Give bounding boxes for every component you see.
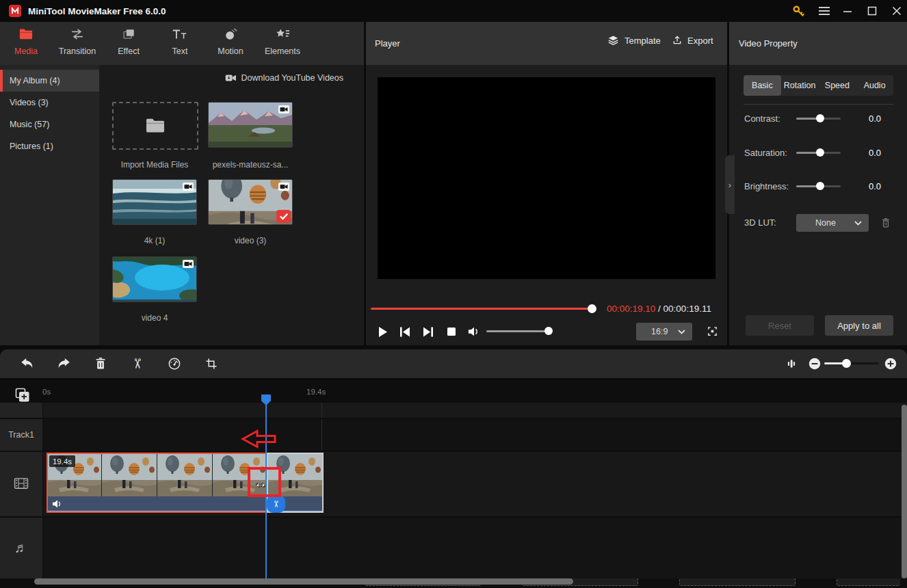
media-item-pexels[interactable]	[208, 102, 293, 148]
clip-duration-badge: 19.4s	[49, 455, 75, 467]
aspect-ratio-dropdown[interactable]: 16:9	[636, 323, 692, 340]
tab-basic[interactable]: Basic	[744, 75, 781, 96]
speed-button[interactable]	[161, 349, 188, 378]
track1-header[interactable]: Track1	[0, 419, 42, 451]
next-frame-button[interactable]	[420, 323, 436, 340]
tab-text[interactable]: Text	[155, 27, 205, 62]
tab-motion[interactable]: Motion	[205, 27, 256, 62]
export-label: Export	[687, 36, 713, 46]
media-panel: Download YouTube Videos Import Media Fil…	[99, 65, 364, 345]
chevron-right-icon: ›	[728, 180, 731, 190]
close-button[interactable]	[886, 1, 907, 21]
chevron-down-icon	[678, 330, 685, 334]
redo-button[interactable]	[50, 349, 77, 378]
key-icon[interactable]	[791, 4, 806, 18]
track2-row[interactable]	[43, 403, 907, 418]
tab-label: Transition	[59, 46, 96, 56]
previous-frame-button[interactable]	[397, 323, 413, 340]
sidebar-item-my-album[interactable]: My Album (4)	[0, 70, 99, 92]
apply-to-all-button[interactable]: Apply to all	[825, 315, 893, 336]
zoom-in-button[interactable]	[884, 358, 897, 370]
media-item-video3[interactable]	[208, 179, 293, 225]
crop-button[interactable]	[198, 349, 225, 378]
lut-dropdown[interactable]: None	[796, 214, 869, 232]
tab-elements[interactable]: Elements	[257, 27, 308, 62]
maximize-button[interactable]	[862, 1, 882, 21]
panel-collapse-handle[interactable]: ›	[725, 155, 735, 214]
menu-icon[interactable]	[814, 1, 834, 21]
horizontal-scrollbar[interactable]	[34, 578, 573, 585]
timeline-zoom-handle[interactable]	[842, 359, 851, 368]
tab-effect[interactable]: Effect	[103, 27, 154, 62]
sidebar-item-pictures[interactable]: Pictures (1)	[0, 135, 99, 157]
minimize-button[interactable]	[837, 1, 858, 21]
timeline-fit-icon[interactable]	[784, 356, 799, 371]
media-item-caption: video 4	[112, 313, 197, 323]
music-note-icon: ♬	[14, 540, 28, 556]
reset-button[interactable]: Reset	[746, 315, 814, 336]
delete-button[interactable]	[87, 349, 114, 378]
saturation-slider-handle[interactable]	[816, 148, 824, 157]
lut-label: 3D LUT:	[744, 217, 776, 228]
video-track-row[interactable]: 19.4s	[43, 452, 907, 516]
template-button[interactable]: Template	[607, 34, 661, 47]
tab-speed[interactable]: Speed	[819, 75, 856, 96]
progress-handle[interactable]	[588, 304, 596, 313]
track2-header[interactable]: Track2	[0, 403, 42, 418]
text-icon	[172, 27, 188, 43]
video-camera-badge-icon	[278, 105, 289, 113]
window-title: MiniTool MovieMaker Free 6.0.0	[28, 6, 166, 16]
download-youtube-link[interactable]: Download YouTube Videos	[225, 73, 343, 83]
video-track-header[interactable]	[0, 452, 42, 516]
undo-button[interactable]	[13, 349, 40, 378]
split-clip-badge[interactable]: ✂	[267, 495, 285, 513]
playback-progress-bar[interactable]	[371, 308, 594, 310]
tab-label: Effect	[118, 46, 140, 56]
tab-label: Rotation	[784, 81, 816, 90]
reset-label: Reset	[768, 321, 791, 331]
media-item-caption: video (3)	[208, 236, 293, 245]
tab-audio[interactable]: Audio	[856, 75, 893, 96]
template-layers-icon	[607, 34, 620, 47]
lut-delete-icon[interactable]	[880, 216, 892, 230]
timeline-zoom-slider-track[interactable]	[846, 362, 879, 364]
volume-icon[interactable]	[466, 323, 482, 340]
add-track-icon[interactable]	[14, 386, 31, 404]
media-item-video4[interactable]	[112, 256, 197, 302]
resize-cursor-icon: ↔	[254, 475, 267, 491]
vertical-scrollbar[interactable]	[902, 405, 907, 578]
brightness-slider-handle[interactable]	[816, 182, 824, 190]
property-header: Video Property	[729, 22, 907, 65]
music-track-row[interactable]	[43, 518, 907, 578]
split-button[interactable]: ✂	[124, 349, 151, 378]
video-viewport	[378, 77, 715, 279]
sidebar-item-label: Videos (3)	[10, 98, 49, 107]
music-track-header[interactable]: ♬	[0, 518, 42, 578]
tab-rotation[interactable]: Rotation	[781, 75, 819, 96]
tab-media[interactable]: Media	[1, 27, 51, 62]
player-header: Player Template Export	[366, 22, 727, 65]
player-title: Player	[375, 38, 400, 49]
sidebar-item-videos[interactable]: Videos (3)	[0, 92, 99, 113]
import-folder-icon	[144, 116, 166, 136]
media-item-caption: pexels-mateusz-sa...	[208, 160, 293, 170]
zoom-out-button[interactable]	[809, 358, 821, 370]
contrast-slider-handle[interactable]	[816, 114, 824, 122]
tab-label: Elements	[265, 46, 300, 56]
chevron-down-icon	[854, 221, 862, 226]
volume-handle[interactable]	[544, 327, 553, 335]
stop-button[interactable]	[443, 323, 460, 340]
fullscreen-icon[interactable]	[705, 323, 720, 338]
media-item-4k[interactable]	[112, 179, 197, 225]
export-button[interactable]: Export	[672, 34, 713, 46]
tab-transition[interactable]: Transition	[52, 27, 103, 62]
library-sidebar: My Album (4) Videos (3) Music (57) Pictu…	[0, 65, 99, 345]
track1-row[interactable]	[43, 419, 907, 451]
import-media-tile[interactable]	[112, 102, 198, 150]
ruler-start-label: 0s	[42, 388, 51, 396]
sidebar-item-music[interactable]: Music (57)	[0, 113, 99, 135]
play-button[interactable]	[374, 323, 391, 340]
saturation-label: Saturation:	[744, 148, 787, 158]
volume-slider[interactable]	[486, 330, 552, 332]
selected-check-badge	[276, 210, 291, 223]
